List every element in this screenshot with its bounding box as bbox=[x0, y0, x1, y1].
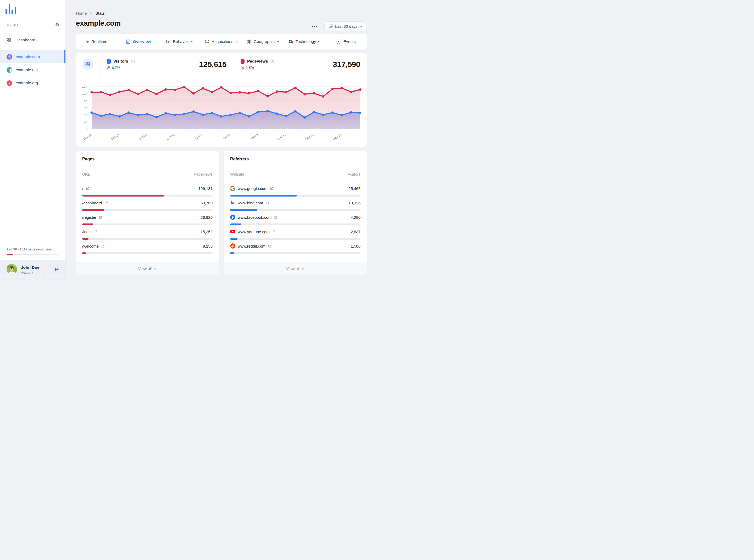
pages-card-title: Pages bbox=[76, 151, 219, 167]
sidebar-site-example-org[interactable]: example.org bbox=[0, 76, 65, 89]
pageviews-value: 317,590 bbox=[333, 60, 360, 69]
value-bar bbox=[230, 238, 361, 240]
page-value: 199,131 bbox=[198, 186, 213, 191]
chevron-right-icon bbox=[90, 12, 92, 15]
table-row-www-google-com: www.google.com 25,465 bbox=[230, 185, 361, 197]
tab-overview[interactable]: Overview bbox=[118, 34, 159, 49]
referrer-url[interactable]: www.facebook.com bbox=[238, 215, 271, 220]
referrer-value: 10,326 bbox=[348, 201, 361, 205]
svg-text:Oct 28: Oct 28 bbox=[138, 133, 148, 141]
breadcrumb-current: Stats bbox=[95, 11, 104, 16]
theme-toggle-button[interactable] bbox=[55, 23, 59, 27]
tab-realtime[interactable]: Realtime bbox=[76, 34, 118, 49]
value-bar bbox=[230, 252, 361, 254]
external-link-icon[interactable] bbox=[270, 187, 273, 190]
value-bar bbox=[82, 195, 213, 197]
column-header-visitors: Visitors bbox=[348, 172, 361, 176]
table-row-login: /login 15,252 bbox=[82, 229, 213, 240]
chevron-right-icon bbox=[302, 267, 305, 270]
clover-icon bbox=[6, 54, 12, 60]
value-bar bbox=[82, 223, 213, 225]
info-icon[interactable] bbox=[270, 59, 274, 63]
table-row-welcome: /welcome 9,258 bbox=[82, 243, 213, 254]
tab-geographic[interactable]: Geographic bbox=[242, 34, 284, 49]
external-link-icon[interactable] bbox=[268, 244, 271, 248]
app-logo-icon bbox=[5, 4, 65, 14]
referrer-value: 4,280 bbox=[351, 215, 361, 220]
page-url[interactable]: / bbox=[82, 186, 83, 191]
referrer-url[interactable]: www.bing.com bbox=[238, 201, 263, 205]
svg-text:Nov 3: Nov 3 bbox=[195, 133, 203, 140]
logout-button[interactable] bbox=[55, 267, 59, 273]
tabs-bar: Realtime Overview Behavior Ac bbox=[76, 34, 367, 49]
external-link-icon[interactable] bbox=[99, 216, 102, 219]
more-options-button[interactable]: ••• bbox=[312, 24, 317, 28]
tab-label: Realtime bbox=[91, 39, 107, 44]
referrers-view-all-button[interactable]: View all bbox=[224, 262, 367, 275]
svg-text:Nov 18: Nov 18 bbox=[332, 133, 342, 141]
external-link-icon[interactable] bbox=[86, 187, 89, 190]
external-link-icon[interactable] bbox=[104, 201, 108, 205]
external-link-icon[interactable] bbox=[94, 230, 98, 234]
page-url[interactable]: /register bbox=[82, 215, 96, 220]
divider bbox=[0, 48, 65, 48]
referrer-value: 1,588 bbox=[351, 244, 361, 248]
referrer-url[interactable]: www.google.com bbox=[238, 186, 267, 191]
menu-section-label: MENU bbox=[6, 23, 18, 27]
tab-technology[interactable]: Technology bbox=[284, 34, 325, 49]
svg-text:8K: 8K bbox=[84, 99, 88, 102]
split-arrows-icon bbox=[205, 39, 210, 44]
account-section[interactable]: John Doe Account bbox=[0, 260, 65, 280]
main-content: Home Stats example.com ••• Last 30 days … bbox=[66, 0, 377, 280]
site-label: example.net bbox=[16, 67, 38, 72]
external-link-icon[interactable] bbox=[266, 201, 269, 205]
svg-text:Oct 25: Oct 25 bbox=[111, 133, 120, 141]
pages-card: Pages URL Pageviews / bbox=[76, 151, 219, 275]
chevron-down-icon bbox=[191, 40, 194, 43]
external-link-icon[interactable] bbox=[101, 244, 105, 248]
value-bar bbox=[82, 209, 213, 211]
account-name: John Doe bbox=[21, 265, 40, 270]
page-value: 15,252 bbox=[200, 229, 213, 234]
tab-label: Acquisitions bbox=[212, 39, 234, 44]
site-label: example.com bbox=[16, 55, 40, 59]
pageviews-stat: Pageviews 0.5% 317,590 bbox=[233, 53, 367, 76]
sidebar-site-example-net[interactable]: example.net bbox=[0, 63, 65, 76]
page-url[interactable]: /login bbox=[82, 229, 92, 234]
table-row-dashboard: /dashboard 53,769 bbox=[82, 200, 213, 211]
table-row-www-bing-com: www.bing.com 10,326 bbox=[230, 200, 361, 211]
site-label: example.org bbox=[16, 81, 38, 85]
face-icon bbox=[55, 23, 59, 27]
info-icon[interactable] bbox=[131, 59, 135, 63]
page-url[interactable]: /dashboard bbox=[82, 201, 102, 205]
page-url[interactable]: /welcome bbox=[82, 244, 99, 248]
visitors-value: 125,615 bbox=[199, 60, 227, 69]
svg-text:Oct 31: Oct 31 bbox=[166, 133, 175, 141]
tab-acquisitions[interactable]: Acquisitions bbox=[200, 34, 242, 49]
visitors-change: 4.7% bbox=[112, 66, 120, 70]
date-range-button[interactable]: Last 30 days bbox=[324, 21, 367, 31]
tab-label: Technology bbox=[295, 39, 316, 44]
bolt-icon bbox=[6, 80, 12, 86]
external-link-icon[interactable] bbox=[274, 216, 277, 219]
sidebar-site-example-com[interactable]: example.com bbox=[0, 50, 65, 63]
youtube-icon bbox=[230, 229, 235, 234]
value-bar bbox=[230, 223, 361, 225]
tab-behavior[interactable]: Behavior bbox=[159, 34, 200, 49]
tab-events[interactable]: Events bbox=[325, 34, 367, 49]
value-bar bbox=[230, 209, 361, 211]
svg-text:Oct 22: Oct 22 bbox=[83, 133, 92, 141]
referrer-url[interactable]: www.reddit.com bbox=[238, 244, 266, 248]
overview-card: Visitors 4.7% 125,615 Pag bbox=[76, 53, 367, 147]
sidebar-item-dashboard[interactable]: Dashboard bbox=[0, 34, 65, 46]
value-bar bbox=[82, 252, 213, 254]
tab-label: Geographic bbox=[254, 39, 275, 44]
trend-down-icon bbox=[240, 66, 244, 69]
breadcrumb-home-link[interactable]: Home bbox=[76, 11, 86, 16]
calendar-icon bbox=[329, 24, 333, 28]
pages-view-all-button[interactable]: View all bbox=[76, 262, 219, 275]
referrer-url[interactable]: www.youtube.com bbox=[238, 229, 270, 234]
external-link-icon[interactable] bbox=[272, 230, 276, 234]
visitors-swatch bbox=[107, 59, 111, 64]
svg-text:12K: 12K bbox=[82, 85, 88, 88]
